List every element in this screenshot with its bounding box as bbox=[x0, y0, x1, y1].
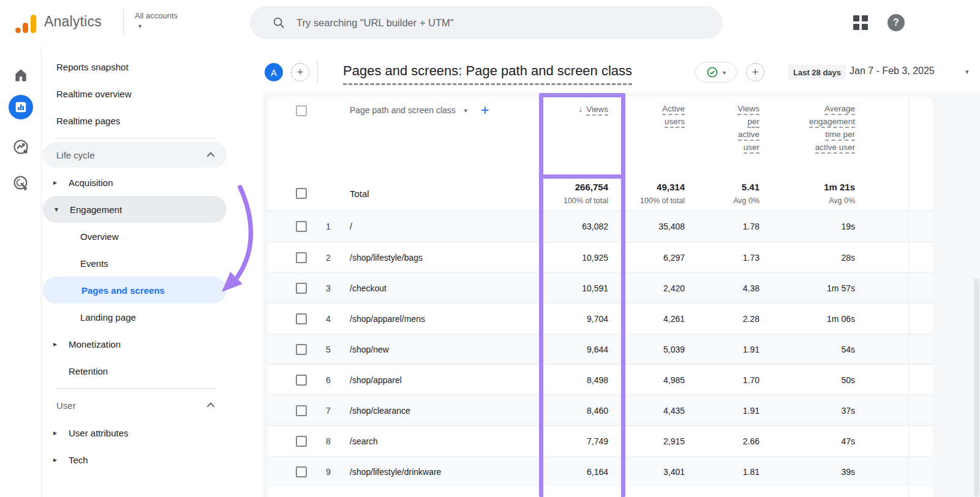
column-header-line[interactable]: time per bbox=[825, 130, 855, 141]
row-active-users: 2,420 bbox=[608, 283, 685, 293]
row-avg-engagement-time: 37s bbox=[760, 406, 855, 416]
sidebar-item-overview[interactable]: Overview bbox=[42, 223, 263, 250]
sidebar-item-pages-and-screens[interactable]: Pages and screens bbox=[43, 277, 227, 304]
sidebar-item-label: Tech bbox=[69, 455, 88, 465]
column-header-views[interactable]: ↓Views bbox=[516, 104, 608, 114]
row-number: 5 bbox=[307, 345, 350, 354]
search-bar[interactable] bbox=[250, 6, 723, 39]
sidebar-item-label: Realtime pages bbox=[56, 116, 120, 126]
row-views: 9,704 bbox=[516, 314, 608, 324]
column-header-line[interactable]: active bbox=[738, 130, 760, 141]
add-report-tab-button[interactable]: + bbox=[291, 63, 309, 81]
search-input[interactable] bbox=[296, 17, 664, 29]
account-switcher[interactable]: All accounts ▼ bbox=[135, 11, 178, 29]
rail-advertising-button[interactable] bbox=[0, 170, 42, 196]
row-avg-engagement-time: 1m 57s bbox=[760, 283, 855, 293]
vertical-scrollbar[interactable] bbox=[974, 278, 979, 497]
row-avg-engagement-time: 28s bbox=[760, 253, 855, 263]
row-checkbox[interactable] bbox=[296, 466, 307, 477]
caret-right-icon: ▸ bbox=[52, 455, 58, 464]
date-range-picker[interactable]: Jan 7 - Feb 3, 2025 bbox=[850, 65, 935, 77]
add-comparison-button[interactable]: + bbox=[746, 63, 764, 81]
account-switcher-label: All accounts bbox=[135, 11, 178, 20]
sidebar-item-acquisition[interactable]: ▸Acquisition bbox=[42, 169, 263, 196]
date-preset-badge: Last 28 days bbox=[788, 65, 846, 80]
column-header-line[interactable]: users bbox=[665, 117, 685, 128]
sidebar-item-tech[interactable]: ▸Tech bbox=[42, 446, 263, 473]
table-row: 6 /shop/apparel 8,498 4,985 1.70 50s bbox=[268, 364, 933, 395]
row-active-users: 4,261 bbox=[608, 314, 685, 324]
date-caret-icon[interactable]: ▾ bbox=[965, 68, 969, 76]
sidebar-section-label: User bbox=[56, 400, 76, 411]
sidebar-item-label: Reports snapshot bbox=[56, 62, 129, 72]
row-checkbox[interactable] bbox=[296, 221, 307, 232]
sidebar-section-user[interactable]: User bbox=[43, 392, 227, 418]
sidebar-item-events[interactable]: Events bbox=[42, 250, 263, 277]
sidebar-item-label: User attributes bbox=[69, 428, 129, 438]
table-total-row: Total 266,754100% of total 49,314100% of… bbox=[268, 176, 933, 211]
dimension-header[interactable]: Page path and screen class bbox=[350, 105, 456, 115]
rail-explore-button[interactable] bbox=[0, 133, 42, 160]
search-icon bbox=[272, 16, 285, 29]
row-number: 4 bbox=[307, 314, 350, 324]
advertising-icon bbox=[12, 174, 29, 192]
total-checkbox[interactable] bbox=[296, 188, 307, 199]
sidebar-item-landing-page[interactable]: Landing page bbox=[42, 304, 263, 331]
caret-right-icon: ▸ bbox=[52, 340, 58, 348]
column-header-line[interactable]: per bbox=[747, 117, 760, 128]
column-header-line[interactable]: Average bbox=[824, 104, 855, 115]
dimension-caret-icon[interactable]: ▾ bbox=[464, 107, 467, 114]
sidebar-item-monetization[interactable]: ▸Monetization bbox=[42, 331, 263, 357]
row-active-users: 6,297 bbox=[608, 253, 685, 263]
row-checkbox[interactable] bbox=[296, 283, 307, 294]
row-views-per-active-user: 1.91 bbox=[685, 345, 760, 354]
report-status-button[interactable]: ▾ bbox=[695, 62, 737, 83]
sidebar-item-realtime-pages[interactable]: Realtime pages bbox=[42, 107, 263, 134]
row-checkbox[interactable] bbox=[296, 436, 307, 447]
apps-grid-icon[interactable] bbox=[853, 15, 868, 30]
column-header-line[interactable]: Views bbox=[737, 104, 760, 115]
rail-reports-button[interactable] bbox=[0, 94, 42, 121]
table-row: 5 /shop/new 9,644 5,039 1.91 54s bbox=[268, 334, 933, 364]
column-header-avg-engagement-time[interactable]: Averageengagementtime peractive user bbox=[760, 104, 855, 152]
help-icon[interactable]: ? bbox=[888, 14, 905, 31]
main-content: Page path and screen class ▾ + ↓Views Ac… bbox=[263, 92, 980, 497]
row-page-path: /shop/clearance bbox=[350, 406, 516, 416]
row-active-users: 4,985 bbox=[608, 375, 685, 385]
sidebar-item-retention[interactable]: Retention bbox=[42, 357, 263, 384]
total-active-users: 49,314 bbox=[657, 182, 685, 192]
sidebar-item-engagement[interactable]: ▾Engagement bbox=[43, 196, 227, 223]
sidebar-item-user-attributes[interactable]: ▸User attributes bbox=[42, 419, 263, 446]
column-header-line[interactable]: Active bbox=[662, 104, 685, 115]
column-header-active-users[interactable]: Activeusers bbox=[608, 104, 685, 126]
brand-name: Analytics bbox=[44, 13, 102, 30]
total-views-sub: 100% of total bbox=[564, 196, 608, 205]
sidebar-item-realtime-overview[interactable]: Realtime overview bbox=[42, 80, 263, 107]
rail-home-button[interactable] bbox=[0, 62, 42, 89]
select-all-checkbox[interactable] bbox=[296, 105, 307, 116]
sidebar-item-reports-snapshot[interactable]: Reports snapshot bbox=[42, 53, 263, 80]
column-header-line[interactable]: engagement bbox=[809, 117, 855, 128]
row-checkbox[interactable] bbox=[296, 252, 307, 263]
row-views-per-active-user: 1.91 bbox=[685, 406, 760, 416]
row-views-per-active-user: 2.28 bbox=[685, 314, 760, 324]
row-views-per-active-user: 1.81 bbox=[685, 467, 760, 477]
row-checkbox[interactable] bbox=[296, 375, 307, 386]
total-label: Total bbox=[350, 189, 516, 199]
report-table-card: Page path and screen class ▾ + ↓Views Ac… bbox=[268, 97, 933, 497]
row-checkbox[interactable] bbox=[296, 313, 307, 324]
sidebar-section-life-cycle[interactable]: Life cycle bbox=[43, 142, 227, 168]
sidebar-item-label: Retention bbox=[69, 366, 108, 376]
column-header-line[interactable]: Views bbox=[586, 105, 608, 116]
report-avatar[interactable]: A bbox=[265, 63, 283, 81]
column-header-line[interactable]: user bbox=[744, 143, 760, 154]
row-checkbox[interactable] bbox=[296, 405, 307, 416]
row-views-per-active-user: 1.70 bbox=[685, 375, 760, 385]
column-header-line[interactable]: active user bbox=[815, 143, 855, 154]
bar-chart-icon bbox=[15, 101, 27, 113]
analytics-logo-icon bbox=[15, 11, 36, 33]
row-checkbox[interactable] bbox=[296, 344, 307, 355]
column-header-views-per-active-user[interactable]: Viewsperactiveuser bbox=[685, 104, 760, 152]
add-dimension-button[interactable]: + bbox=[481, 105, 489, 116]
report-title[interactable]: Pages and screens: Page path and screen … bbox=[343, 63, 632, 85]
